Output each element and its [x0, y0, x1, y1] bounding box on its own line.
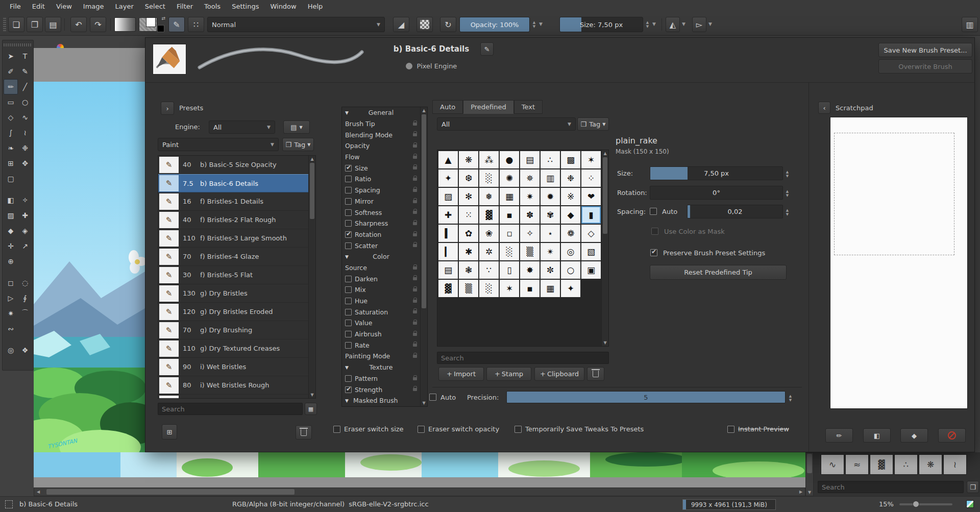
brush-tip[interactable]: ▲: [438, 151, 458, 168]
brush-editor-toggle[interactable]: ✎: [168, 17, 185, 32]
tool-ellipse-select[interactable]: ◌: [18, 275, 32, 290]
canvas-vertical-scrollbar[interactable]: ▼: [805, 452, 814, 496]
precision-spinner[interactable]: ▲▼: [787, 392, 794, 405]
option-checkbox[interactable]: [345, 375, 352, 382]
preset-row-i-wet-knife[interactable]: ✎75i) Wet Knife: [158, 395, 315, 399]
option-flow[interactable]: Flow: [342, 152, 427, 163]
brush-tip[interactable]: ∵: [479, 261, 499, 279]
option-checkbox[interactable]: [345, 198, 352, 205]
scroll-up-icon[interactable]: ▲: [309, 156, 315, 162]
brush-tip[interactable]: ✶: [500, 280, 519, 297]
menu-image[interactable]: Image: [78, 0, 110, 13]
option-checkbox[interactable]: [345, 231, 352, 238]
add-resource-button[interactable]: ⊞: [162, 424, 177, 440]
option-checkbox[interactable]: [345, 386, 352, 393]
option-checkbox[interactable]: [345, 209, 352, 216]
brush-tip[interactable]: ✦: [438, 169, 458, 187]
menu-select[interactable]: Select: [139, 0, 171, 13]
brush-tip[interactable]: ✸: [520, 261, 540, 279]
preset-row-g-dry-bristles[interactable]: ✎130g) Dry Bristles: [158, 284, 315, 303]
scratchpad-canvas[interactable]: [830, 117, 968, 409]
brush-tip[interactable]: ▤: [438, 261, 458, 279]
option-texture[interactable]: ▼Texture: [342, 362, 427, 373]
rename-preset-button[interactable]: ✎: [480, 42, 494, 56]
overwrite-brush-button[interactable]: Overwrite Brush: [878, 59, 972, 74]
option-checkbox[interactable]: [345, 309, 352, 315]
mirror-horizontal-options-icon[interactable]: ▼: [682, 21, 685, 27]
save-new-preset-button[interactable]: Save New Brush Preset...: [878, 43, 972, 57]
canvas-area[interactable]: TYSONTAN: [34, 36, 145, 496]
brush-tip[interactable]: ⁘: [581, 169, 601, 187]
brush-tip[interactable]: ◎: [561, 243, 580, 260]
scratchpad-reset-button[interactable]: [938, 428, 966, 443]
tool-dynamic-brush[interactable]: ❧: [4, 140, 18, 156]
swap-colors-icon[interactable]: ⇄: [161, 16, 165, 21]
brush-tip[interactable]: ▦: [541, 280, 560, 297]
zoom-slider[interactable]: [899, 503, 952, 505]
reset-predefined-tip-button[interactable]: Reset Predefined Tip: [650, 265, 787, 280]
preset-row-b-basic-5-size-opacity[interactable]: ✎40b) Basic-5 Size Opacity: [158, 156, 315, 174]
scroll-down-icon[interactable]: ▼: [309, 392, 315, 398]
preset-history-thumbnail[interactable]: ▓: [870, 454, 893, 475]
redo-button[interactable]: ↷: [90, 17, 106, 32]
option-sharpness[interactable]: Sharpness: [342, 218, 427, 229]
brush-tip[interactable]: ✽: [520, 206, 540, 224]
brush-tip[interactable]: ▎: [438, 243, 458, 260]
preset-row-i-wet-bristles[interactable]: ✎90i) Wet Bristles: [158, 358, 315, 376]
eraser-mode-button[interactable]: ◢: [393, 17, 409, 32]
docker-search-input[interactable]: [818, 481, 964, 493]
options-scrollbar[interactable]: ▲ ▼: [420, 107, 427, 406]
tool-zoom-tool[interactable]: ◎: [4, 343, 18, 358]
brush-tip[interactable]: ▒: [459, 280, 478, 297]
tool-rect-select[interactable]: ◻: [4, 275, 18, 290]
preserve-alpha-button[interactable]: [416, 17, 433, 32]
option-color[interactable]: ▼Color: [342, 251, 427, 262]
tip-size-slider[interactable]: 7,50 px: [650, 166, 783, 180]
tab-text[interactable]: Text: [514, 100, 543, 114]
option-saturation[interactable]: Saturation: [342, 306, 427, 318]
option-ratio[interactable]: Ratio: [342, 174, 427, 185]
tip-rotation-spinner[interactable]: ▲▼: [784, 187, 791, 200]
brush-tip[interactable]: ▫: [500, 225, 519, 242]
checkbox[interactable]: [333, 426, 340, 433]
option-mirror[interactable]: Mirror: [342, 196, 427, 207]
brush-tip[interactable]: ●: [500, 151, 519, 168]
brush-tip[interactable]: ▤: [520, 151, 540, 168]
brush-tip[interactable]: ✦: [561, 280, 580, 297]
preset-row-f-bristles-4-glaze[interactable]: ✎70f) Bristles-4 Glaze: [158, 248, 315, 266]
option-softness[interactable]: Softness: [342, 207, 427, 218]
scratchpad-fill-gradient-button[interactable]: ◧: [863, 428, 891, 443]
option-airbrush[interactable]: Airbrush: [342, 329, 427, 340]
brush-tip[interactable]: ✿: [459, 225, 478, 242]
preserve-preset-checkbox[interactable]: [650, 249, 657, 256]
tab-predefined[interactable]: Predefined: [463, 100, 514, 114]
vscroll-thumb[interactable]: [807, 454, 812, 473]
toolbar-grip[interactable]: [3, 18, 6, 31]
tip-tag-filter-combo[interactable]: All▼: [437, 117, 576, 131]
scroll-down-icon[interactable]: ▼: [421, 400, 427, 406]
option-checkbox[interactable]: [345, 187, 352, 193]
mirror-vertical-options-icon[interactable]: ▼: [708, 21, 712, 27]
engine-filter-combo[interactable]: All▼: [209, 120, 275, 134]
brush-tip[interactable]: ○: [561, 261, 580, 279]
tool-enclose-fill[interactable]: ◈: [18, 223, 32, 238]
option-brush-tip[interactable]: Brush Tip: [342, 118, 427, 130]
painting-bottom[interactable]: [34, 452, 805, 477]
menu-help[interactable]: Help: [302, 0, 329, 13]
menu-filter[interactable]: Filter: [171, 0, 199, 13]
footer-option-eraser-switch-opacity[interactable]: Eraser switch opacity: [418, 425, 499, 433]
tab-auto[interactable]: Auto: [432, 100, 463, 114]
option-strength[interactable]: Strength: [342, 384, 427, 395]
brush-tip[interactable]: ✼: [541, 261, 560, 279]
brush-tip[interactable]: ▍: [438, 225, 458, 242]
option-pattern[interactable]: Pattern: [342, 373, 427, 384]
preset-row-g-dry-textured-creases[interactable]: ✎110g) Dry Textured Creases: [158, 339, 315, 358]
option-scatter[interactable]: Scatter: [342, 240, 427, 251]
preset-search-input[interactable]: [158, 403, 303, 415]
tool-transform[interactable]: ⊞: [4, 156, 18, 171]
preset-row-f-bristles-5-flat[interactable]: ✎30f) Bristles-5 Flat: [158, 266, 315, 284]
precision-auto-checkbox[interactable]: [429, 394, 436, 401]
import-tip-button[interactable]: +Import: [438, 367, 484, 381]
brush-tip[interactable]: ▪: [500, 206, 519, 224]
tip-rotation-slider[interactable]: 0°: [650, 186, 783, 200]
